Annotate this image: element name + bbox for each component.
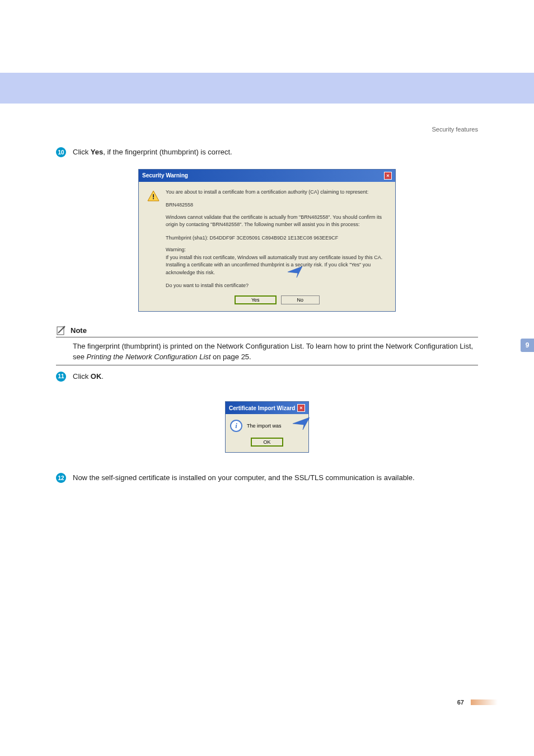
no-button[interactable]: No [281, 295, 320, 304]
step-10: 10 Click Yes, if the fingerprint (thumbp… [56, 147, 478, 158]
step-11-text: Click OK. [73, 371, 104, 382]
section-header: Security features [56, 126, 478, 133]
step-badge-10: 10 [56, 147, 66, 157]
dialog-titlebar: Security Warning × [139, 170, 395, 182]
warning-icon [147, 190, 160, 203]
page-footer: 67 [457, 699, 498, 706]
dialog-buttons: Yes No [166, 295, 388, 304]
ok-button[interactable]: OK [251, 438, 283, 447]
note-header: Note [56, 326, 478, 336]
close-icon[interactable]: × [297, 404, 305, 412]
info-icon: i [230, 420, 242, 432]
dialog-body: You are about to install a certificate f… [166, 189, 388, 304]
cert-dialog-titlebar: Certificate Import Wizard × [226, 402, 308, 414]
note-icon [56, 326, 66, 336]
chapter-tab: 9 [521, 339, 534, 352]
step-badge-12: 12 [56, 473, 66, 483]
dialog-title: Security Warning [142, 172, 188, 179]
page-number: 67 [457, 699, 464, 706]
top-banner [0, 73, 534, 104]
page-bar [471, 699, 498, 705]
cert-message: The import was [247, 423, 282, 429]
note-body: The fingerprint (thumbprint) is printed … [56, 337, 478, 365]
svg-rect-1 [153, 198, 154, 199]
cert-import-dialog: Certificate Import Wizard × i The import… [225, 401, 309, 453]
cert-dialog-title: Certificate Import Wizard [229, 405, 295, 411]
svg-rect-0 [153, 194, 154, 198]
step-10-text: Click Yes, if the fingerprint (thumbprin… [73, 147, 232, 158]
close-icon[interactable]: × [384, 172, 392, 180]
divider [56, 365, 478, 365]
step-badge-11: 11 [56, 372, 66, 382]
security-warning-dialog: Security Warning × You are about to inst… [138, 169, 396, 312]
arrow-icon [293, 417, 310, 431]
step-12-text: Now the self-signed certificate is insta… [73, 472, 415, 483]
step-12: 12 Now the self-signed certificate is in… [56, 472, 478, 483]
note-label: Note [71, 326, 87, 335]
yes-button[interactable]: Yes [235, 295, 277, 304]
step-11: 11 Click OK. [56, 371, 478, 382]
